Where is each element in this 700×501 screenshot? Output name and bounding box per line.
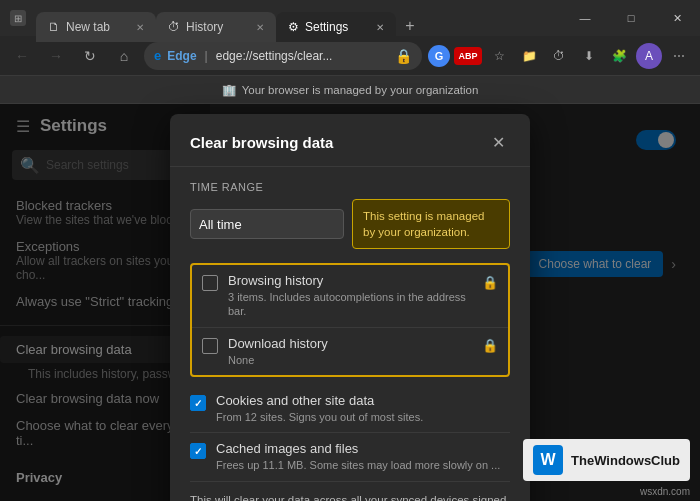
clear-data-modal: Clear browsing data ✕ Time range All tim… [170, 114, 530, 501]
svg-text:⊞: ⊞ [14, 13, 22, 24]
profile-avatar[interactable]: A [636, 43, 662, 69]
highlighted-items-section: Browsing history 3 items. Includes autoc… [190, 263, 510, 377]
download-history-label: Download history [228, 336, 472, 351]
time-range-select[interactable]: All time [190, 209, 344, 239]
tab-new-tab[interactable]: 🗋 New tab ✕ [36, 12, 156, 42]
home-icon: ⌂ [120, 48, 128, 64]
cookies-checkbox[interactable]: ✓ [190, 395, 206, 411]
download-history-checkbox[interactable] [202, 338, 218, 354]
refresh-button[interactable]: ↻ [76, 42, 104, 70]
address-actions: G ABP ☆ 📁 ⏱ ⬇ 🧩 A ⋯ [428, 43, 692, 69]
cookies-item[interactable]: ✓ Cookies and other site data From 12 si… [190, 385, 510, 433]
managed-icon: 🏢 [222, 83, 236, 97]
history-button[interactable]: ⏱ [546, 43, 572, 69]
modal-header: Clear browsing data ✕ [170, 114, 530, 167]
tab-settings-close[interactable]: ✕ [376, 22, 384, 33]
address-bar[interactable]: e Edge | edge://settings/clear... 🔒 [144, 42, 422, 70]
collections-button[interactable]: 📁 [516, 43, 542, 69]
managed-tooltip: This setting is managed by your organiza… [352, 199, 510, 249]
cookies-desc: From 12 sites. Signs you out of most sit… [216, 410, 510, 424]
cached-images-item[interactable]: ✓ Cached images and files Frees up 11.1 … [190, 433, 510, 481]
edge-brand-label: Edge [167, 49, 196, 63]
new-tab-plus-icon: + [405, 17, 414, 35]
forward-icon: → [49, 48, 63, 64]
twc-logo: W [533, 445, 563, 475]
titlebar: ⊞ 🗋 New tab ✕ ⏱ History ✕ ⚙ Settings ✕ +… [0, 0, 700, 36]
edge-address-icon: e [154, 48, 161, 63]
extensions-button[interactable]: 🧩 [606, 43, 632, 69]
tab-history-label: History [186, 20, 223, 34]
tab-settings[interactable]: ⚙ Settings ✕ [276, 12, 396, 42]
adblock-plus-badge[interactable]: ABP [454, 47, 482, 65]
addressbar: ← → ↻ ⌂ e Edge | edge://settings/clear..… [0, 36, 700, 76]
tab-new-tab-label: New tab [66, 20, 110, 34]
cookies-label: Cookies and other site data [216, 393, 510, 408]
browsing-history-checkbox[interactable] [202, 275, 218, 291]
new-tab-icon: 🗋 [48, 20, 60, 34]
download-history-desc: None [228, 353, 472, 367]
time-range-label: Time range [190, 181, 510, 193]
sync-info-text: This will clear your data across all you… [190, 492, 510, 501]
watermark: W TheWindowsClub [523, 439, 690, 481]
download-history-lock-icon: 🔒 [482, 338, 498, 353]
back-icon: ← [15, 48, 29, 64]
twc-text: TheWindowsClub [571, 453, 680, 468]
browsing-history-label: Browsing history [228, 273, 472, 288]
browsing-history-item[interactable]: Browsing history 3 items. Includes autoc… [192, 265, 508, 327]
wsxdn-label: wsxdn.com [640, 486, 690, 497]
tab-settings-label: Settings [305, 20, 348, 34]
home-button[interactable]: ⌂ [110, 42, 138, 70]
history-tab-icon: ⏱ [168, 20, 180, 34]
modal-body: Time range All time This setting is mana… [170, 167, 530, 501]
favorites-button[interactable]: ☆ [486, 43, 512, 69]
cached-images-desc: Frees up 11.1 MB. Some sites may load mo… [216, 458, 510, 472]
downloads-button[interactable]: ⬇ [576, 43, 602, 69]
forward-button[interactable]: → [42, 42, 70, 70]
cached-images-checkbox[interactable]: ✓ [190, 443, 206, 459]
managed-bar: 🏢 Your browser is managed by your organi… [0, 76, 700, 104]
tab-strip: ⊞ 🗋 New tab ✕ ⏱ History ✕ ⚙ Settings ✕ + [0, 0, 562, 36]
new-tab-button[interactable]: + [396, 12, 424, 40]
modal-close-button[interactable]: ✕ [486, 130, 510, 154]
tab-history[interactable]: ⏱ History ✕ [156, 12, 276, 42]
lock-icon: 🔒 [395, 48, 412, 64]
tab-new-tab-close[interactable]: ✕ [136, 22, 144, 33]
download-history-item[interactable]: Download history None 🔒 [192, 327, 508, 375]
window-controls: — □ ✕ [562, 0, 700, 36]
minimize-button[interactable]: — [562, 0, 608, 36]
tab-history-close[interactable]: ✕ [256, 22, 264, 33]
managed-text: Your browser is managed by your organiza… [242, 84, 479, 96]
modal-title: Clear browsing data [190, 134, 333, 151]
browsing-history-lock-icon: 🔒 [482, 275, 498, 290]
back-button[interactable]: ← [8, 42, 36, 70]
cached-images-label: Cached images and files [216, 441, 510, 456]
browsing-history-desc: 3 items. Includes autocompletions in the… [228, 290, 472, 319]
time-range-row: All time This setting is managed by your… [190, 199, 510, 249]
google-profile-badge[interactable]: G [428, 45, 450, 67]
refresh-icon: ↻ [84, 48, 96, 64]
edge-tab-icon: ⊞ [10, 10, 26, 26]
settings-more-button[interactable]: ⋯ [666, 43, 692, 69]
close-button[interactable]: ✕ [654, 0, 700, 36]
maximize-button[interactable]: □ [608, 0, 654, 36]
settings-tab-icon: ⚙ [288, 20, 299, 34]
address-url: edge://settings/clear... [216, 49, 333, 63]
